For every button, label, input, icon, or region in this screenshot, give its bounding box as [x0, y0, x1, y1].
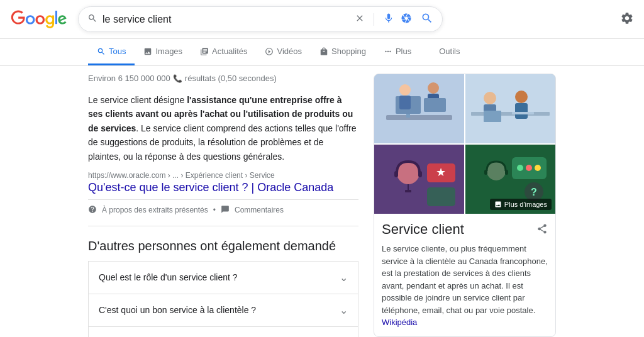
svg-rect-20: [418, 171, 422, 177]
also-asked-section: D'autres personnes ont également demandé…: [88, 239, 358, 337]
tab-videos[interactable]: Vidéos: [256, 39, 311, 65]
svg-point-11: [484, 92, 496, 104]
about-extracts[interactable]: À propos des extraits présentés: [102, 206, 208, 214]
result-stats-text: Environ 6 150 000 000: [88, 74, 170, 83]
kp-description: Le service cliente, ou plus fréquemment …: [382, 243, 548, 329]
search-bar[interactable]: [78, 6, 443, 32]
faq-item-1[interactable]: Quel est le rôle d'un service client ? ⌄: [88, 261, 358, 294]
comments-action[interactable]: Commentaires: [235, 206, 284, 214]
tab-outils[interactable]: Outils: [430, 39, 469, 65]
tab-actualites-label: Actualités: [212, 47, 247, 56]
svg-rect-29: [505, 170, 508, 175]
header-right: [620, 11, 634, 27]
svg-rect-3: [406, 114, 410, 118]
kp-title: Service client: [382, 221, 464, 238]
google-search-button[interactable]: [421, 12, 433, 26]
more-images-label: Plus d'images: [504, 201, 547, 208]
clear-icon[interactable]: [355, 13, 365, 25]
more-images-overlay[interactable]: Plus d'images: [490, 199, 552, 210]
chevron-down-icon-1: ⌄: [340, 272, 348, 284]
svg-rect-9: [465, 74, 555, 143]
result-stats: Environ 6 150 000 000 📞 résultats (0,50 …: [88, 74, 358, 83]
voice-search-icon[interactable]: [383, 13, 394, 26]
svg-rect-16: [512, 112, 534, 114]
svg-rect-5: [399, 96, 411, 109]
left-column: Environ 6 150 000 000 📞 résultats (0,50 …: [88, 74, 358, 337]
faq-item-2[interactable]: C'est quoi un bon service à la clientèle…: [88, 294, 358, 327]
question-icon: [88, 205, 97, 216]
svg-rect-22: [405, 190, 411, 192]
dot-separator: •: [213, 206, 216, 214]
result-count-text: résultats (0,50 secondes): [185, 74, 277, 83]
nav-tabs: Tous Images Actualités Vidéos Shopping P…: [0, 39, 644, 66]
kp-body: Service client Le service cliente, ou pl…: [374, 214, 555, 336]
image-search-icon[interactable]: [401, 13, 412, 26]
search-icon: [87, 13, 97, 25]
kp-image-4[interactable]: ? Plus d'images: [465, 145, 555, 214]
kp-image-3[interactable]: ★: [374, 145, 464, 214]
svg-point-31: [517, 165, 523, 171]
snippet-text: Le service client désigne l'assistance q…: [88, 93, 358, 163]
tab-actualites[interactable]: Actualités: [191, 39, 256, 65]
tab-plus[interactable]: Plus: [375, 39, 420, 65]
svg-rect-1: [386, 115, 452, 120]
knowledge-panel: ★: [374, 74, 556, 337]
svg-point-6: [428, 82, 439, 94]
tab-images-label: Images: [155, 47, 182, 56]
kp-image-2[interactable]: [465, 74, 555, 143]
main-content: Environ 6 150 000 000 📞 résultats (0,50 …: [0, 66, 644, 337]
search-action-icons: [355, 12, 433, 26]
svg-rect-13: [484, 111, 501, 122]
svg-point-32: [526, 165, 532, 171]
share-icon[interactable]: [536, 223, 548, 236]
source-link[interactable]: Qu'est-ce que le service client ? | Orac…: [88, 181, 358, 194]
tab-images[interactable]: Images: [135, 39, 191, 65]
tab-plus-label: Plus: [396, 47, 411, 56]
tab-outils-label: Outils: [439, 47, 460, 56]
featured-snippet: Le service client désigne l'assistance q…: [88, 93, 358, 216]
faq-question-1: Quel est le rôle d'un service client ?: [99, 272, 238, 282]
source-url: https://www.oracle.com › ... › Expérienc…: [88, 171, 358, 180]
tab-tous[interactable]: Tous: [88, 39, 135, 65]
phone-icon: 📞: [173, 74, 182, 83]
kp-image-1[interactable]: [374, 74, 464, 143]
snippet-actions: À propos des extraits présentés • Commen…: [88, 199, 358, 216]
svg-rect-19: [394, 171, 398, 177]
knowledge-panel-card: ★: [374, 74, 556, 337]
svg-point-4: [399, 84, 411, 96]
svg-point-33: [535, 165, 541, 171]
chevron-down-icon-2: ⌄: [340, 304, 348, 316]
faq-item-3[interactable]: Pourquoi le service à la clientèle est i…: [88, 327, 358, 337]
kp-description-text: Le service cliente, ou plus fréquemment …: [382, 244, 548, 315]
kp-title-row: Service client: [382, 221, 548, 238]
svg-point-14: [515, 91, 528, 103]
tab-tous-label: Tous: [109, 47, 126, 56]
faq-question-2: C'est quoi un bon service à la clientèle…: [99, 305, 256, 315]
search-input[interactable]: [103, 14, 350, 25]
svg-text:?: ?: [531, 187, 537, 197]
svg-rect-25: [427, 187, 455, 206]
svg-rect-28: [484, 170, 487, 175]
svg-rect-15: [515, 103, 528, 119]
header: [0, 0, 644, 39]
svg-rect-10: [471, 112, 550, 116]
settings-icon[interactable]: [620, 11, 634, 27]
snippet-text-before: Le service client désigne: [88, 95, 187, 105]
google-logo[interactable]: [10, 10, 68, 29]
images-grid: ★: [374, 74, 555, 214]
tab-shopping-label: Shopping: [331, 47, 366, 56]
also-asked-title: D'autres personnes ont également demandé: [88, 239, 358, 253]
kp-wikipedia-link[interactable]: Wikipédia: [382, 318, 417, 327]
svg-rect-8: [424, 98, 446, 112]
comment-icon: [221, 205, 230, 216]
tab-videos-label: Vidéos: [277, 47, 302, 56]
svg-text:★: ★: [436, 166, 446, 179]
tab-shopping[interactable]: Shopping: [311, 39, 375, 65]
